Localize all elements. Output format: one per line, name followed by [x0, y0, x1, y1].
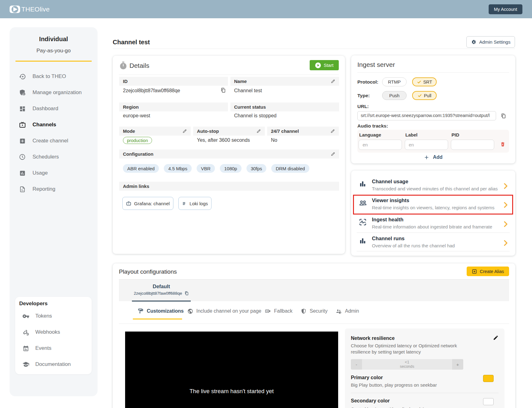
protocol-srt-button-label: SRT — [423, 80, 432, 85]
developers-item-tokens[interactable]: Tokens — [15, 308, 92, 324]
quick-link-subtitle: Real-time insights on viewers, latency, … — [372, 205, 495, 210]
sidebar-item-usage[interactable]: Usage — [10, 165, 98, 181]
copy-alias-id-icon[interactable] — [184, 291, 189, 296]
sidebar-item-dashboard[interactable]: Dashboard — [10, 101, 98, 117]
playout-tabs-row: CustomizationsInclude channel on your pa… — [119, 301, 509, 324]
stepper-plus-button[interactable]: + — [452, 359, 463, 370]
create-alias-button[interactable]: Create Alias — [467, 267, 509, 276]
delete-track-icon[interactable] — [500, 141, 505, 147]
page-title: Channel test — [113, 39, 150, 46]
organization-icon — [19, 89, 26, 96]
edit-ch247-icon[interactable] — [330, 129, 335, 133]
admin-link-grafana-channel[interactable]: Grafana: channel — [122, 197, 173, 210]
sidebar-item-label: Create channel — [33, 138, 68, 144]
webhook-icon — [22, 328, 29, 336]
school-icon — [22, 361, 29, 368]
developers-title: Developers — [19, 301, 92, 307]
sidebar-item-manage-organization[interactable]: Manage organization — [10, 85, 98, 101]
history-icon — [19, 73, 26, 80]
url-input[interactable]: srt://srt.europe-west.sneezysparrow.com:… — [357, 111, 496, 120]
details-header: DetailsStart — [119, 56, 339, 75]
pencil-icon — [330, 129, 335, 133]
sidebar-item-label: Schedulers — [33, 154, 59, 160]
details-title: Details — [129, 62, 149, 69]
audio-label-input[interactable] — [405, 140, 448, 150]
quick-link-viewer-insights[interactable]: Viewer insightsReal-time insights on vie… — [351, 196, 515, 215]
config-chips: ABR enabled4.5 MbpsVBR1080p30fpsDRM disa… — [123, 164, 314, 173]
secondary-color-swatch[interactable] — [483, 398, 494, 405]
edit-autostop-icon[interactable] — [256, 129, 261, 133]
my-account-button[interactable]: My Account — [489, 4, 522, 14]
type-pull-button[interactable]: Pull — [412, 91, 437, 100]
config-chip: 1080p — [220, 164, 242, 173]
stepper-value: <1seconds — [351, 360, 463, 369]
quick-links-divider — [357, 195, 510, 195]
quick-links-card: Channel usageTranscoded and viewed minut… — [351, 171, 515, 256]
start-button[interactable]: Start — [310, 60, 339, 70]
ingest-title: Ingest server — [357, 61, 509, 68]
edit-mode-icon[interactable] — [182, 129, 187, 133]
active-tab-underline — [133, 319, 182, 319]
alias-tab-default[interactable]: Default2zejcol8bjtt87faw0ff688qe — [132, 280, 191, 302]
alias-tab-name: Default — [132, 284, 191, 289]
developers-item-label: Documentation — [35, 361, 71, 367]
quick-link-ingest-health[interactable]: Ingest healthReal-time information about… — [351, 215, 515, 234]
monitor-health-icon — [359, 218, 367, 226]
video-player: The live stream hasn't started yet — [125, 332, 338, 408]
quick-link-title: Channel usage — [372, 179, 408, 184]
add-track-button[interactable]: Add — [357, 154, 509, 160]
copy-icon — [220, 87, 226, 93]
protocol-rtmp-button[interactable]: RTMP — [382, 77, 407, 86]
brand-name: THEOlive — [21, 6, 50, 13]
key-icon — [22, 313, 29, 320]
sidebar-item-schedulers[interactable]: Schedulers — [10, 149, 98, 165]
people-icon — [359, 199, 367, 207]
developers-item-documentation[interactable]: Documentation — [15, 356, 92, 372]
audio-language-input[interactable] — [359, 140, 402, 150]
player-message: The live stream hasn't started yet — [125, 388, 338, 395]
chevron-right-icon — [504, 182, 508, 190]
quick-link-channel-usage[interactable]: Channel usageTranscoded and viewed minut… — [351, 177, 515, 196]
admin-links-row: Grafana: channelLoki logs — [122, 197, 211, 210]
tab-admin[interactable]: Admin — [335, 301, 359, 321]
developers-item-webhooks[interactable]: Webhooks — [15, 324, 92, 340]
usage-icon — [19, 169, 26, 177]
audio-pid-input[interactable] — [451, 140, 494, 150]
sidebar-item-label: Back to THEO — [33, 73, 66, 80]
sidebar-item-reporting[interactable]: Reporting — [10, 181, 98, 197]
sidebar-item-channels[interactable]: Channels — [10, 117, 98, 133]
check-icon — [417, 80, 421, 84]
autostop-value: Yes, after 3600 seconds — [197, 137, 250, 143]
tab-security[interactable]: Security — [301, 301, 328, 321]
tab-include-channel[interactable]: Include channel on your page — [187, 301, 261, 321]
dashboard-icon — [19, 106, 26, 112]
sidebar-nav: Back to THEOManage organizationDashboard… — [10, 68, 98, 197]
protocol-srt-button[interactable]: SRT — [412, 77, 437, 86]
org-plan: Pay-as-you-go — [10, 48, 98, 54]
primary-color-swatch[interactable] — [483, 375, 494, 382]
sidebar-item-back-to-theo[interactable]: Back to THEO — [10, 68, 98, 85]
type-push-button[interactable]: Push — [382, 91, 407, 100]
quick-link-channel-runs[interactable]: Channel runsOverview of all the runs the… — [351, 234, 515, 253]
edit-name-icon[interactable] — [331, 79, 335, 84]
nr-divider — [351, 393, 499, 393]
sidebar-item-create-channel[interactable]: Create channel — [10, 133, 98, 149]
chevron-right-icon — [504, 239, 508, 247]
copy-url-icon[interactable] — [500, 113, 506, 119]
tab-fallback[interactable]: Fallback — [265, 301, 293, 321]
copy-id-icon[interactable] — [220, 87, 226, 93]
edit-configuration-icon[interactable] — [331, 152, 335, 156]
bar-chart-icon — [359, 180, 367, 188]
admin-settings-button[interactable]: Admin Settings — [466, 36, 515, 48]
paint-roller-icon — [137, 308, 144, 314]
config-chip: 4.5 Mbps — [164, 164, 192, 173]
tab-customizations[interactable]: Customizations — [137, 301, 184, 321]
bar-chart-icon — [359, 237, 367, 245]
region-label: Region — [119, 102, 228, 111]
chevron-right-icon — [504, 201, 508, 209]
admin-link-loki-logs[interactable]: Loki logs — [178, 197, 211, 210]
bar-chart-icon — [359, 180, 367, 189]
edit-network-resilience-icon[interactable] — [493, 335, 499, 341]
developers-item-events[interactable]: Events — [15, 340, 92, 356]
mode-value: production — [123, 137, 152, 144]
